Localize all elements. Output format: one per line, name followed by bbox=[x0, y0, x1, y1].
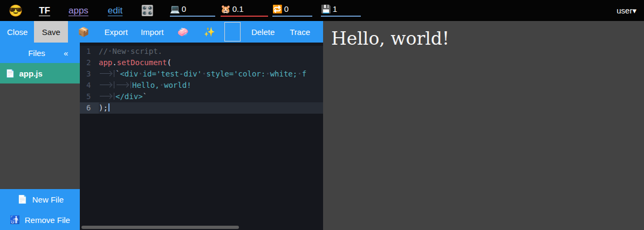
close-button[interactable]: Close bbox=[7, 27, 28, 37]
indicator-repeat-value: 0 bbox=[284, 4, 289, 13]
indicator-hamster-value: 0.1 bbox=[232, 4, 244, 13]
code-token: Hello, bbox=[132, 81, 160, 89]
sidebar-empty-area bbox=[0, 83, 80, 189]
floppy-disk-icon: 💾 bbox=[321, 4, 331, 14]
remove-file-button[interactable]: 🚮 Remove File bbox=[0, 210, 80, 230]
code-token: // bbox=[99, 47, 108, 55]
indicator-floppy[interactable]: 💾 1 bbox=[321, 4, 361, 17]
line-number: 4 bbox=[80, 80, 99, 91]
code-line-3[interactable]: 3`<div·id='test-div'·style='color:·white… bbox=[80, 68, 323, 80]
preview-hello-text: Hello, world! bbox=[323, 21, 644, 49]
delete-button[interactable]: Delete bbox=[251, 27, 275, 37]
user-menu[interactable]: user▾ bbox=[616, 6, 636, 16]
editor-toolbar: Close Save 📦 Export Import 🧼 ✨ Delete Tr… bbox=[0, 21, 323, 43]
document-icon: 📄 bbox=[5, 69, 15, 78]
import-button[interactable]: Import bbox=[141, 27, 164, 37]
code-line-5[interactable]: 5</div>` bbox=[80, 91, 323, 102]
files-panel-header: Files « bbox=[0, 43, 80, 63]
files-panel-title: Files bbox=[0, 48, 64, 58]
trace-button[interactable]: Trace bbox=[290, 27, 310, 37]
indicator-floppy-value: 1 bbox=[333, 4, 337, 13]
nav-link-edit[interactable]: edit bbox=[108, 5, 122, 16]
file-item-label: app.js bbox=[19, 69, 42, 78]
space-dot: · bbox=[126, 47, 131, 55]
space-dot: · bbox=[160, 81, 164, 89]
indicator-laptop[interactable]: 💻 0 bbox=[170, 4, 215, 17]
soap-icon[interactable]: 🧼 bbox=[177, 26, 188, 38]
code-token: script. bbox=[131, 47, 162, 55]
line-number: 6 bbox=[80, 102, 99, 114]
code-token: f bbox=[302, 69, 306, 78]
repeat-icon: 🔁 bbox=[272, 4, 283, 14]
sparkles-icon[interactable]: ✨ bbox=[204, 26, 215, 38]
code-line-4[interactable]: 4Hello,·world! bbox=[80, 80, 323, 91]
code-token: </div> bbox=[115, 92, 143, 101]
code-token: style='color: bbox=[207, 69, 266, 78]
space-dot: · bbox=[265, 69, 270, 78]
laptop-icon: 💻 bbox=[170, 4, 180, 14]
new-file-button[interactable]: 📄 New File bbox=[0, 189, 80, 210]
code-token: . bbox=[112, 58, 117, 67]
control-knobs-icon[interactable]: 🎛️ bbox=[141, 4, 154, 17]
package-icon[interactable]: 📦 bbox=[78, 26, 89, 38]
text-cursor bbox=[108, 103, 109, 111]
indicator-laptop-value: 0 bbox=[182, 4, 186, 13]
code-token: world! bbox=[164, 81, 191, 89]
horizontal-scrollbar[interactable] bbox=[81, 226, 239, 229]
code-line-1[interactable]: 1//·New·script. bbox=[80, 46, 323, 57]
litter-bin-icon: 🚮 bbox=[10, 215, 20, 225]
empty-swatch-button[interactable] bbox=[224, 22, 241, 41]
tab-whitespace-icon bbox=[99, 93, 114, 100]
code-line-2[interactable]: 2app.setDocument( bbox=[80, 57, 323, 68]
code-editor[interactable]: 1//·New·script.2app.setDocument(3`<div·i… bbox=[80, 43, 323, 230]
topbar: 😎 TF apps edit 🎛️ 💻 0 🐹 0.1 🔁 0 💾 1 user… bbox=[0, 0, 644, 21]
brand-link-tf[interactable]: TF bbox=[39, 5, 50, 16]
space-dot: · bbox=[138, 69, 142, 78]
space-dot: · bbox=[202, 69, 206, 78]
preview-pane: Hello, world! bbox=[323, 21, 644, 230]
space-dot: · bbox=[297, 69, 302, 78]
code-token: ` bbox=[143, 92, 147, 101]
hamster-icon: 🐹 bbox=[221, 4, 231, 14]
line-number: 1 bbox=[80, 46, 99, 57]
code-token: <div bbox=[120, 69, 138, 78]
new-file-label: New File bbox=[32, 195, 64, 204]
code-token: ( bbox=[167, 58, 171, 67]
save-button[interactable]: Save bbox=[34, 21, 68, 43]
indicator-hamster[interactable]: 🐹 0.1 bbox=[221, 4, 268, 17]
code-token: app bbox=[99, 58, 112, 67]
sunglasses-face-icon[interactable]: 😎 bbox=[9, 4, 23, 17]
code-token: white; bbox=[270, 69, 298, 78]
remove-file-label: Remove File bbox=[25, 215, 70, 225]
code-token: ); bbox=[99, 103, 108, 112]
code-token: setDocument bbox=[117, 58, 167, 67]
line-number: 2 bbox=[80, 57, 99, 68]
export-button[interactable]: Export bbox=[105, 27, 128, 37]
nav-link-apps[interactable]: apps bbox=[68, 5, 88, 16]
page-icon: 📄 bbox=[17, 194, 28, 204]
code-token: id='test-div' bbox=[143, 69, 202, 78]
line-number: 5 bbox=[80, 91, 99, 102]
tab-whitespace-icon bbox=[99, 70, 114, 77]
code-line-6[interactable]: 6); bbox=[80, 102, 323, 114]
editor-lines: 1//·New·script.2app.setDocument(3`<div·i… bbox=[80, 43, 323, 114]
line-number: 3 bbox=[80, 68, 99, 80]
code-token: New bbox=[112, 47, 126, 55]
file-item-appjs[interactable]: 📄 app.js bbox=[0, 63, 80, 83]
tab-whitespace-icon bbox=[99, 81, 114, 88]
tab-whitespace-icon bbox=[115, 81, 131, 88]
collapse-sidebar-icon[interactable]: « bbox=[64, 48, 80, 58]
indicator-repeat[interactable]: 🔁 0 bbox=[272, 4, 312, 17]
